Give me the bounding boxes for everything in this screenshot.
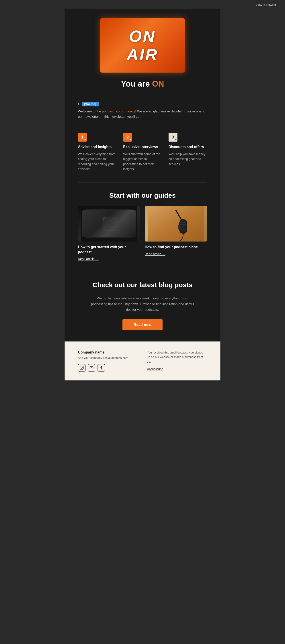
svg-rect-6 bbox=[89, 217, 94, 220]
svg-marker-16 bbox=[101, 209, 110, 216]
benefits-section: 1 ✏ Advice and insights We'll cover ever… bbox=[64, 126, 220, 180]
footer-received-text: You received this email because you sign… bbox=[147, 351, 203, 364]
read-now-button[interactable]: Read now bbox=[122, 319, 162, 330]
svg-point-10 bbox=[113, 216, 118, 221]
benefit-item-3: 3 ✏ Discounts and offers We'll help you … bbox=[168, 133, 207, 172]
view-in-browser-link[interactable]: View in browser bbox=[256, 3, 276, 6]
pencil-icon-1: ✏ bbox=[84, 139, 86, 141]
social-icons bbox=[78, 364, 138, 372]
divider-1 bbox=[78, 182, 207, 183]
svg-rect-0 bbox=[81, 206, 137, 242]
benefit-desc-1: We'll cover everything from finding your… bbox=[78, 152, 116, 172]
view-in-browser-bar: View in browser bbox=[0, 0, 285, 9]
hi-line: Hi {$name}, bbox=[78, 102, 207, 106]
svg-point-29 bbox=[82, 367, 83, 367]
blog-description: We publish new articles every week, cove… bbox=[89, 296, 196, 312]
hi-label: Hi bbox=[78, 102, 81, 106]
benefit-title-1: Advice and insights bbox=[78, 145, 116, 149]
benefit-item-1: 1 ✏ Advice and insights We'll cover ever… bbox=[78, 133, 116, 172]
guide-card-2: How to find your podcast niche Read arti… bbox=[145, 206, 207, 261]
benefit-number-3: 3 bbox=[172, 135, 174, 140]
footer-section: Company name Add your company postal add… bbox=[64, 342, 220, 381]
on-air-text: ON AIR bbox=[114, 27, 172, 64]
microphone-visual bbox=[145, 206, 207, 242]
svg-point-9 bbox=[111, 213, 121, 223]
svg-marker-31 bbox=[91, 367, 92, 368]
footer-right: You received this email because you sign… bbox=[147, 350, 207, 372]
svg-point-11 bbox=[120, 215, 127, 221]
svg-point-28 bbox=[81, 367, 82, 368]
guide-read-article-link-2[interactable]: Read article → bbox=[145, 252, 166, 256]
guide-title-1: How to get started with your podcast bbox=[78, 245, 140, 255]
svg-rect-21 bbox=[180, 220, 186, 233]
svg-rect-2 bbox=[88, 212, 108, 224]
svg-marker-15 bbox=[99, 210, 108, 217]
benefit-badge-2: 2 ✏ bbox=[123, 133, 132, 142]
benefit-desc-3: We'll help you save money on podcasting … bbox=[168, 152, 207, 166]
blog-heading: Check out our latest blog posts bbox=[78, 281, 207, 289]
you-are-prefix: You are bbox=[121, 79, 152, 88]
facebook-icon[interactable] bbox=[98, 364, 105, 372]
svg-rect-7 bbox=[95, 217, 99, 220]
svg-rect-3 bbox=[89, 212, 94, 216]
welcome-text: Welcome to the podcasting community! We … bbox=[78, 109, 207, 119]
welcome-prefix: Welcome to the bbox=[78, 109, 102, 113]
benefit-item-2: 2 ✏ Exclusive interviews We'll chat with… bbox=[123, 133, 162, 172]
instagram-icon[interactable] bbox=[78, 364, 86, 372]
on-air-banner: ON AIR bbox=[100, 18, 185, 72]
svg-rect-1 bbox=[86, 209, 132, 238]
guides-section: Start with our guides bbox=[64, 185, 220, 270]
intro-section: Hi {$name}, Welcome to the podcasting co… bbox=[64, 100, 220, 126]
unsubscribe-link[interactable]: Unsubscribe bbox=[147, 367, 207, 372]
equipment-visual bbox=[78, 206, 140, 242]
svg-rect-5 bbox=[100, 212, 105, 216]
benefit-badge-1: 1 ✏ bbox=[78, 133, 87, 142]
outer-wrapper: View in browser ON AIR You are ON Hi {$n… bbox=[0, 0, 285, 380]
guide-title-2: How to find your podcast niche bbox=[145, 245, 207, 250]
svg-rect-13 bbox=[88, 228, 130, 235]
benefits-grid: 1 ✏ Advice and insights We'll cover ever… bbox=[78, 133, 207, 172]
guides-heading: Start with our guides bbox=[78, 192, 207, 199]
benefit-badge-3: 3 ✏ bbox=[168, 133, 178, 142]
pencil-icon-3: ✏ bbox=[175, 139, 177, 141]
benefit-title-2: Exclusive interviews bbox=[123, 145, 162, 149]
guide-image-2 bbox=[145, 206, 207, 242]
you-are-highlight: ON bbox=[152, 79, 164, 88]
guides-grid: How to get started with your podcast Rea… bbox=[78, 206, 207, 261]
guide-read-article-link-1[interactable]: Read article → bbox=[78, 257, 99, 261]
benefit-title-3: Discounts and offers bbox=[168, 145, 207, 149]
name-tag: {$name}, bbox=[82, 102, 99, 106]
youtube-icon[interactable] bbox=[88, 364, 95, 372]
svg-point-12 bbox=[122, 216, 125, 220]
guide-card-1: How to get started with your podcast Rea… bbox=[78, 206, 140, 261]
benefit-number-1: 1 bbox=[81, 135, 84, 140]
svg-rect-4 bbox=[95, 212, 99, 216]
hero-section: ON AIR You are ON bbox=[64, 9, 220, 100]
svg-rect-8 bbox=[100, 217, 105, 220]
pencil-icon-2: ✏ bbox=[130, 139, 131, 141]
footer-address: Add your company postal address here bbox=[78, 356, 138, 360]
benefit-desc-2: We'll chat with some of the biggest name… bbox=[123, 152, 162, 172]
footer-left: Company name Add your company postal add… bbox=[78, 350, 138, 372]
footer-company-name: Company name bbox=[78, 350, 138, 354]
svg-rect-27 bbox=[80, 366, 84, 370]
benefit-number-2: 2 bbox=[126, 135, 129, 140]
podcasting-community-link[interactable]: podcasting community bbox=[102, 109, 135, 113]
blog-section: Check out our latest blog posts We publi… bbox=[64, 274, 220, 342]
email-container: ON AIR You are ON Hi {$name}, Welcome to… bbox=[64, 9, 220, 380]
guide-image-1 bbox=[78, 206, 140, 242]
divider-2 bbox=[78, 272, 207, 272]
svg-rect-26 bbox=[178, 225, 180, 229]
you-are-heading: You are ON bbox=[78, 79, 207, 88]
